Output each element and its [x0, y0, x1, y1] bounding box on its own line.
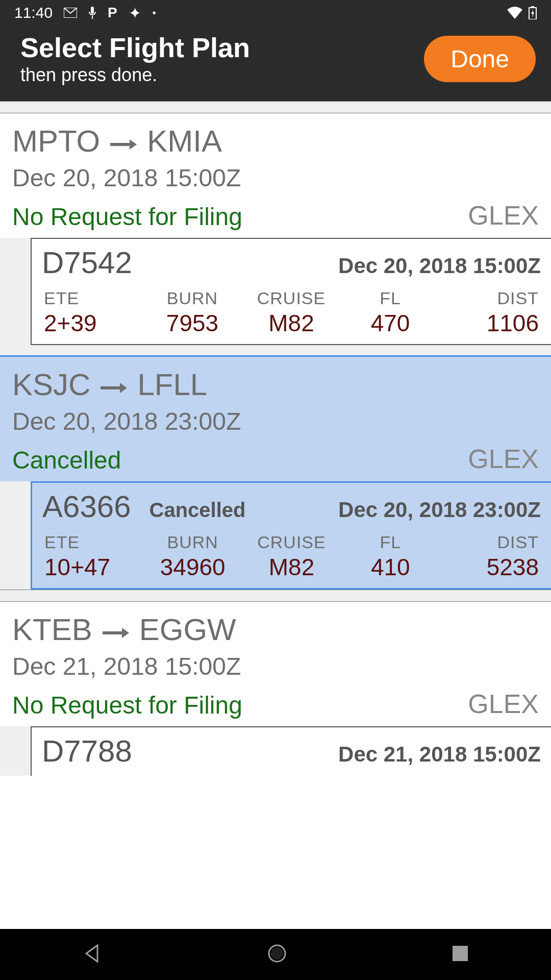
plan-status: Cancelled	[12, 446, 121, 474]
list-gap	[0, 345, 551, 355]
stat-value-burn: 34960	[143, 553, 242, 581]
route-origin: KTEB	[12, 612, 92, 647]
done-button[interactable]: Done	[424, 36, 536, 82]
stat-value-ete: 10+47	[44, 553, 143, 581]
stat-label-burn: BURN	[143, 532, 242, 552]
detail-datetime: Dec 21, 2018 15:00Z	[338, 742, 541, 767]
android-statusbar: 11:40 P ✦ •	[0, 0, 551, 26]
svg-rect-1	[91, 7, 94, 14]
plan-status: No Request for Filing	[12, 203, 242, 231]
detail-ident: D7542	[42, 245, 132, 280]
plan-aircraft: GLEX	[468, 689, 539, 719]
plan-aircraft: GLEX	[468, 200, 539, 231]
android-navbar	[0, 929, 551, 980]
stat-label-fl: FL	[341, 532, 440, 552]
stat-value-fl: 410	[341, 553, 440, 581]
list-gap	[0, 590, 551, 602]
wifi-icon	[507, 7, 522, 19]
stat-value-dist: 5238	[440, 553, 539, 581]
detail-datetime: Dec 20, 2018 15:00Z	[338, 254, 541, 278]
stat-label-cruise: CRUISE	[242, 532, 341, 552]
mail-icon	[64, 8, 77, 18]
stat-value-cruise: M82	[242, 309, 341, 337]
route-origin: MPTO	[12, 124, 100, 159]
stat-value-burn: 7953	[143, 309, 242, 337]
p-icon: P	[108, 5, 117, 21]
page-subtitle: then press done.	[20, 64, 250, 86]
stat-value-ete: 2+39	[44, 309, 143, 337]
stat-label-burn: BURN	[143, 288, 242, 308]
detail-ident: A6366	[42, 489, 131, 524]
arrow-right-icon	[99, 367, 128, 402]
stat-label-dist: DIST	[440, 288, 539, 308]
list-top-gap	[0, 101, 551, 113]
battery-charging-icon	[529, 6, 537, 19]
svg-rect-10	[453, 946, 468, 961]
route-label: MPTO KMIA	[12, 124, 539, 159]
nav-home-icon[interactable]	[267, 943, 287, 966]
stat-label-fl: FL	[341, 288, 440, 308]
stat-label-dist: DIST	[440, 532, 539, 552]
arrow-right-icon	[109, 124, 138, 159]
detail-inset	[0, 726, 31, 776]
plan-detail[interactable]: D7542 Dec 20, 2018 15:00Z ETE2+39 BURN79…	[0, 238, 551, 345]
route-dest: LFLL	[137, 367, 207, 402]
route-label: KSJC LFLL	[12, 367, 539, 402]
app-header: Select Flight Plan then press done. Done	[0, 26, 551, 101]
plan-status: No Request for Filing	[12, 691, 242, 719]
plan-date: Dec 20, 2018 15:00Z	[12, 164, 539, 192]
detail-stats: ETE2+39 BURN7953 CRUISEM82 FL470 DIST110…	[42, 288, 541, 337]
stat-label-ete: ETE	[44, 532, 143, 552]
nav-recent-icon[interactable]	[452, 945, 469, 964]
svg-point-9	[271, 947, 283, 960]
route-label: KTEB EGGW	[12, 612, 539, 647]
stat-label-ete: ETE	[44, 288, 143, 308]
plan-header[interactable]: KSJC LFLL Dec 20, 2018 23:00Z Cancelled …	[0, 355, 551, 481]
detail-inset	[0, 238, 31, 345]
flight-plan-list[interactable]: MPTO KMIA Dec 20, 2018 15:00Z No Request…	[0, 101, 551, 929]
plan-aircraft: GLEX	[468, 444, 539, 474]
nav-back-icon[interactable]	[82, 943, 103, 966]
dot-icon: •	[153, 7, 156, 19]
detail-stats: ETE10+47 BURN34960 CRUISEM82 FL410 DIST5…	[42, 532, 541, 581]
detail-mid-status: Cancelled	[140, 499, 330, 522]
plan-date: Dec 21, 2018 15:00Z	[12, 652, 539, 680]
stat-value-dist: 1106	[440, 309, 539, 337]
plan-date: Dec 20, 2018 23:00Z	[12, 407, 539, 435]
plan-detail[interactable]: D7788 Dec 21, 2018 15:00Z	[0, 726, 551, 776]
route-origin: KSJC	[12, 367, 90, 402]
stat-label-cruise: CRUISE	[242, 288, 341, 308]
detail-ident: D7788	[42, 733, 132, 769]
plan-header[interactable]: MPTO KMIA Dec 20, 2018 15:00Z No Request…	[0, 113, 551, 238]
mic-icon	[88, 7, 96, 19]
route-dest: KMIA	[147, 124, 222, 159]
page-title: Select Flight Plan	[20, 32, 250, 63]
arrow-right-icon	[102, 612, 130, 647]
statusbar-time: 11:40	[14, 4, 53, 21]
plan-detail[interactable]: A6366 Cancelled Dec 20, 2018 23:00Z ETE1…	[0, 481, 551, 590]
puzzle-icon: ✦	[129, 4, 141, 22]
detail-inset	[0, 481, 31, 590]
stat-value-cruise: M82	[242, 553, 341, 581]
stat-value-fl: 470	[341, 309, 440, 337]
route-dest: EGGW	[139, 612, 236, 647]
detail-datetime: Dec 20, 2018 23:00Z	[338, 498, 541, 522]
plan-header[interactable]: KTEB EGGW Dec 21, 2018 15:00Z No Request…	[0, 602, 551, 726]
